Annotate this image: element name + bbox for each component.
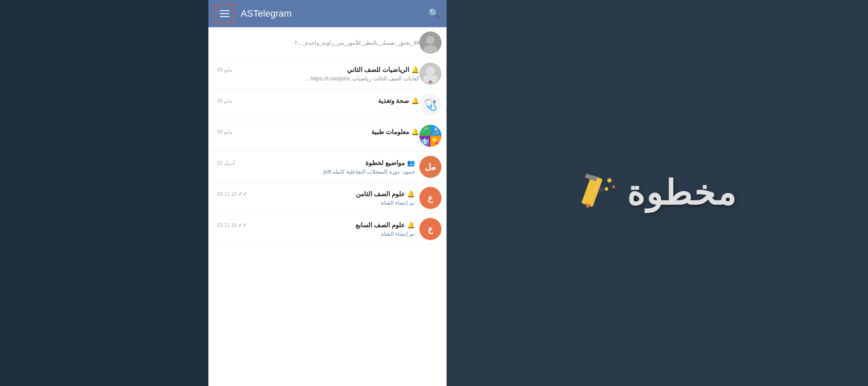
logo-container: ✏ مخطوة — [578, 172, 737, 214]
chat-list: #لا_تخنق_نفسك_بالنظر_للأمور_من_زاوية_واح… — [208, 27, 447, 386]
chat-list-panel: ASTelegram 🔍 #لا_تخنق_نفسك_بالنظر_للأمور… — [208, 0, 447, 386]
chat-preview: تم إنشاء القناة — [213, 200, 415, 206]
hamburger-line-3 — [220, 16, 229, 17]
list-item[interactable]: 📚 🔔 الرياضيات للصف الثاني مايو 09 كفايات… — [208, 58, 447, 89]
right-area: ✏ مخطوة — [447, 0, 868, 386]
hamburger-line-2 — [220, 13, 229, 14]
avatar-cell: 💊 — [430, 136, 441, 147]
chat-name: 👥 مواضيع لخطوة — [365, 159, 415, 167]
svg-text:✏: ✏ — [592, 181, 605, 199]
list-item[interactable]: مل 👥 مواضيع لخطوة أبريل 02 حمود: دورة ال… — [208, 152, 447, 183]
avatar-cell: 🩻 — [419, 136, 430, 147]
chat-content: 🔔 معلومات طبية مايو 09 .. — [213, 128, 419, 144]
chat-date: ✓✓ 03.11.16 — [213, 222, 248, 228]
chat-preview: كفايات الصف الثالث رياضيات https://t.me/… — [213, 75, 419, 82]
svg-text:📚: 📚 — [429, 80, 433, 84]
speaker-icon: 🔔 — [411, 97, 419, 105]
chat-name: 🔔 صحة وتغذية — [378, 97, 419, 105]
svg-text:🩺: 🩺 — [424, 98, 438, 112]
chat-name: 🔔 علوم الصف الثامن — [356, 190, 415, 198]
logo-text: مخطوة — [627, 173, 737, 213]
group-icon: 👥 — [407, 159, 415, 167]
list-item[interactable]: #لا_تخنق_نفسك_بالنظر_للأمور_من_زاوية_واح… — [208, 27, 447, 58]
chat-date: مايو 09 — [213, 98, 232, 104]
speaker-icon: 🔔 — [407, 221, 415, 229]
avatar: ع — [419, 218, 441, 240]
list-item[interactable]: ع 🔔 علوم الصف السابع ✓✓ 03.11.16 تم إنشا… — [208, 214, 447, 245]
svg-point-1 — [426, 36, 435, 44]
chat-name: 🔔 الرياضيات للصف الثاني — [347, 66, 419, 74]
chat-top: 🔔 صحة وتغذية مايو 09 — [213, 97, 419, 105]
chat-top: 🔔 معلومات طبية مايو 09 — [213, 128, 419, 136]
menu-button[interactable] — [215, 4, 234, 23]
chat-name: 🔔 معلومات طبية — [371, 128, 419, 136]
speaker-icon: 🔔 — [407, 190, 415, 198]
chat-date: مايو 09 — [213, 67, 232, 73]
svg-point-2 — [424, 45, 437, 54]
svg-point-14 — [605, 187, 608, 191]
chat-content: 👥 مواضيع لخطوة أبريل 02 حمود: دورة السجل… — [213, 159, 415, 175]
svg-point-4 — [426, 66, 435, 76]
chat-top: 🔔 علوم الصف الثامن ✓✓ 03.11.16 — [213, 190, 415, 198]
chat-content: 🔔 علوم الصف الثامن ✓✓ 03.11.16 تم إنشاء … — [213, 190, 415, 206]
avatar-cell: 🧪 — [419, 125, 430, 136]
chat-name: 🔔 علوم الصف السابع — [356, 221, 415, 229]
chat-preview: تم إنشاء القناة — [213, 231, 415, 237]
left-sidebar — [0, 0, 208, 386]
chat-content: #لا_تخنق_نفسك_بالنظر_للأمور_من_زاوية_واح… — [213, 40, 419, 46]
double-tick-icon: ✓✓ — [238, 191, 248, 197]
chat-preview: حمود: دورة السجلات التفاعلية كامله.pdf — [213, 169, 415, 175]
chat-top: 🔔 علوم الصف السابع ✓✓ 03.11.16 — [213, 221, 415, 229]
chat-date: ✓✓ 03.11.16 — [213, 191, 248, 197]
logo-pencil-icon: ✏ — [578, 172, 620, 214]
double-tick-icon: ✓✓ — [238, 222, 248, 228]
chat-content: 🔔 صحة وتغذية مايو 09 .. — [213, 97, 419, 113]
list-item[interactable]: ع 🔔 علوم الصف الثامن ✓✓ 03.11.16 تم إنشا… — [208, 183, 447, 214]
list-item[interactable]: 🩺 🔔 صحة وتغذية مايو 09 .. — [208, 89, 447, 120]
svg-point-13 — [612, 186, 615, 188]
chat-preview: .. — [213, 106, 419, 113]
chat-top: 🔔 الرياضيات للصف الثاني مايو 09 — [213, 66, 419, 74]
avatar-cell: 🔬 — [430, 125, 441, 136]
chat-preview: .. — [213, 137, 419, 144]
avatar: مل — [419, 156, 441, 178]
hamburger-line-1 — [220, 10, 229, 11]
chat-date: أبريل 02 — [213, 160, 235, 166]
chat-top: 👥 مواضيع لخطوة أبريل 02 — [213, 159, 415, 167]
header: ASTelegram 🔍 — [208, 0, 447, 27]
chat-preview: #لا_تخنق_نفسك_بالنظر_للأمور_من_زاوية_واح… — [213, 40, 419, 46]
chat-content: 🔔 علوم الصف السابع ✓✓ 03.11.16 تم إنشاء … — [213, 221, 415, 237]
chat-content: 🔔 الرياضيات للصف الثاني مايو 09 كفايات ا… — [213, 66, 419, 82]
list-item[interactable]: 🔬 🧪 💊 🩻 🔔 معلومات طبية مايو 09 .. — [208, 120, 447, 152]
avatar — [419, 31, 441, 54]
chat-date: مايو 09 — [213, 129, 232, 135]
avatar: 🩺 — [419, 94, 441, 116]
svg-point-12 — [607, 178, 612, 183]
speaker-icon: 🔔 — [411, 128, 419, 136]
search-icon[interactable]: 🔍 — [428, 8, 440, 19]
speaker-icon: 🔔 — [411, 66, 419, 74]
avatar: 📚 — [419, 63, 441, 85]
avatar: ع — [419, 187, 441, 209]
avatar: 🔬 🧪 💊 🩻 — [419, 125, 441, 147]
app-title: ASTelegram — [234, 8, 428, 19]
